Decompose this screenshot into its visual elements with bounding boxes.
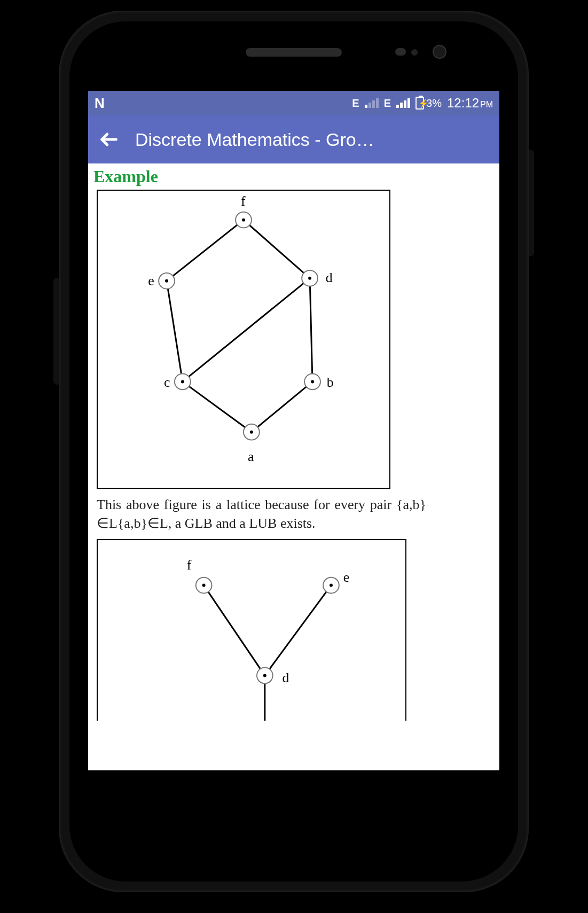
svg-point-11: [250, 431, 253, 434]
svg-point-1: [242, 219, 245, 222]
svg-point-7: [181, 380, 184, 383]
page-title: Discrete Mathematics - Gro…: [135, 129, 494, 150]
signal-bars-1-icon: [365, 98, 379, 108]
network-type-2: E: [384, 97, 391, 110]
clock: 12:12PM: [447, 96, 493, 111]
section-heading-example: Example: [93, 167, 494, 186]
svg-point-15: [330, 584, 333, 587]
clock-ampm: PM: [480, 100, 493, 109]
status-bar: N E E ⚡ 3% 12:12PM: [88, 91, 499, 115]
arrow-left-icon: [98, 129, 120, 150]
svg-point-13: [202, 584, 206, 587]
figure-lattice-1: f e d c b a: [97, 190, 390, 489]
fig1-label-a: a: [248, 449, 254, 464]
phone-front-camera: [433, 45, 446, 59]
network-type-1: E: [352, 97, 359, 110]
content-area[interactable]: Example: [88, 163, 499, 721]
svg-point-9: [311, 380, 314, 383]
fig1-label-f: f: [241, 193, 246, 209]
battery-icon: ⚡ 3%: [415, 97, 442, 110]
fig2-label-d: d: [283, 670, 289, 686]
fig1-label-e: e: [148, 273, 154, 288]
fig1-label-b: b: [327, 374, 334, 390]
figure-lattice-2: f e d: [97, 539, 406, 721]
svg-point-5: [308, 277, 311, 280]
svg-point-3: [165, 279, 168, 283]
back-button[interactable]: [93, 124, 124, 155]
clock-time: 12:12: [447, 96, 479, 110]
screen: N E E ⚡ 3% 12:12PM Discrete Mathematics: [88, 91, 499, 770]
svg-point-17: [263, 674, 266, 677]
figure-caption: This above figure is a lattice because f…: [97, 495, 426, 533]
fig2-label-e: e: [343, 569, 349, 585]
bottom-spacer: [88, 723, 499, 770]
phone-earpiece: [246, 48, 342, 57]
signal-bars-2-icon: [396, 98, 410, 108]
phone-sensor: [395, 48, 406, 56]
phone-sensor-dot: [411, 49, 418, 56]
app-bar: Discrete Mathematics - Gro…: [88, 115, 499, 163]
fig1-label-d: d: [326, 270, 333, 285]
fig1-label-c: c: [164, 374, 170, 390]
fig2-label-f: f: [187, 557, 192, 573]
android-n-icon: N: [95, 95, 104, 112]
